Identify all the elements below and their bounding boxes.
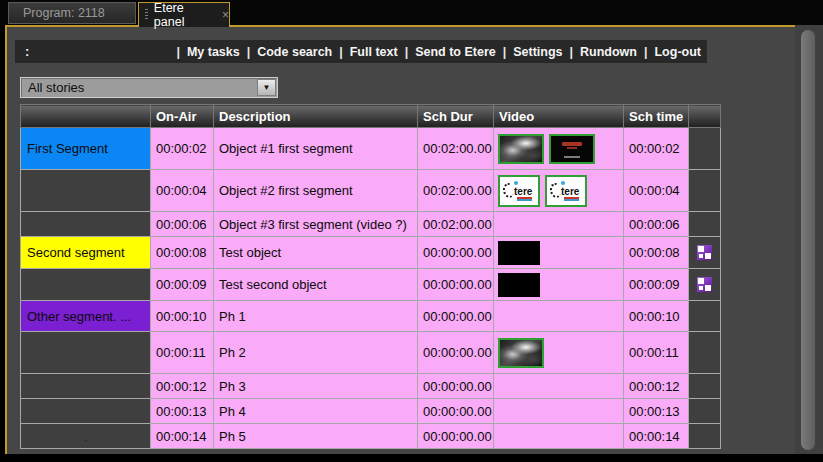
menu-item-settings[interactable]: Settings — [513, 45, 562, 59]
row-action-cell-empty[interactable] — [689, 332, 721, 374]
column-header-on-air[interactable]: On-Air — [151, 105, 214, 128]
row-action-cell-empty[interactable] — [689, 301, 721, 332]
row-action-cell-empty[interactable] — [689, 374, 721, 399]
etere-logo-thumbnail[interactable]: tere — [498, 175, 540, 207]
row-action-cell-empty[interactable] — [689, 399, 721, 424]
menu-item-send-to-etere[interactable]: Send to Etere — [415, 45, 496, 59]
sch-time-cell[interactable]: 00:00:10 — [624, 301, 689, 332]
sch-dur-cell[interactable]: 00:02:00.00 — [418, 128, 494, 170]
sch-dur-cell[interactable]: 00:02:00.00 — [418, 170, 494, 212]
description-cell[interactable]: Object #3 first segment (video ?) — [214, 212, 418, 237]
sch-time-cell[interactable]: 00:00:12 — [624, 374, 689, 399]
description-cell[interactable]: Ph 1 — [214, 301, 418, 332]
sch-dur-cell[interactable]: 00:00:00.00 — [418, 332, 494, 374]
video-cell[interactable]: teretere — [494, 170, 624, 212]
row-action-cell[interactable] — [689, 237, 721, 269]
row-action-cell-empty[interactable] — [689, 128, 721, 170]
sch-time-cell[interactable]: 00:00:04 — [624, 170, 689, 212]
tab-program[interactable]: Program: 2118 — [8, 2, 136, 24]
on-air-cell[interactable]: 00:00:02 — [151, 128, 214, 170]
media-clip-icon[interactable] — [697, 277, 712, 292]
row-action-cell[interactable] — [689, 269, 721, 301]
video-cell[interactable] — [494, 212, 624, 237]
sch-time-cell[interactable]: 00:00:11 — [624, 332, 689, 374]
segment-label-cell[interactable]: First Segment — [21, 128, 151, 170]
description-cell[interactable]: Test object — [214, 237, 418, 269]
segment-cell[interactable] — [21, 332, 151, 374]
explosion-video-thumbnail[interactable] — [498, 134, 544, 164]
sch-time-cell[interactable]: 00:00:09 — [624, 269, 689, 301]
on-air-cell[interactable]: 00:00:13 — [151, 399, 214, 424]
video-cell[interactable] — [494, 332, 624, 374]
segment-cell[interactable]: . — [21, 424, 151, 449]
segment-cell[interactable] — [21, 212, 151, 237]
sch-time-cell[interactable]: 00:00:14 — [624, 424, 689, 449]
title-card-video-thumbnail[interactable] — [549, 134, 595, 164]
stories-filter-dropdown[interactable]: All stories ▼ — [20, 77, 278, 98]
column-header-blank-0[interactable] — [21, 105, 151, 128]
on-air-cell[interactable]: 00:00:11 — [151, 332, 214, 374]
row-action-cell-empty[interactable] — [689, 212, 721, 237]
column-header-sch-dur[interactable]: Sch Dur — [418, 105, 494, 128]
thumbnail-text-line — [567, 147, 577, 149]
segment-label-cell[interactable]: Second segment — [21, 237, 151, 269]
sch-dur-cell[interactable]: 00:00:00.00 — [418, 374, 494, 399]
on-air-cell[interactable]: 00:00:06 — [151, 212, 214, 237]
black-video-thumbnail[interactable] — [498, 241, 540, 265]
description-cell[interactable]: Ph 5 — [214, 424, 418, 449]
column-header-video[interactable]: Video — [494, 105, 624, 128]
on-air-cell[interactable]: 00:00:04 — [151, 170, 214, 212]
column-header-blank-6[interactable] — [689, 105, 721, 128]
segment-cell[interactable] — [21, 374, 151, 399]
sch-time-cell[interactable]: 00:00:02 — [624, 128, 689, 170]
sch-time-cell[interactable]: 00:00:13 — [624, 399, 689, 424]
segment-cell[interactable] — [21, 269, 151, 301]
sch-dur-cell[interactable]: 00:02:00.00 — [418, 212, 494, 237]
menu-item-log-out[interactable]: Log-out — [654, 45, 701, 59]
chevron-down-icon[interactable]: ▼ — [257, 79, 276, 96]
menu-item-my-tasks[interactable]: My tasks — [187, 45, 240, 59]
media-clip-icon[interactable] — [697, 245, 712, 260]
description-cell[interactable]: Test second object — [214, 269, 418, 301]
menu-item-code-search[interactable]: Code search — [257, 45, 332, 59]
sch-time-cell[interactable]: 00:00:06 — [624, 212, 689, 237]
video-cell[interactable] — [494, 301, 624, 332]
video-cell[interactable] — [494, 399, 624, 424]
description-cell[interactable]: Object #2 first segment — [214, 170, 418, 212]
sch-dur-cell[interactable]: 00:00:00.00 — [418, 424, 494, 449]
segment-cell[interactable] — [21, 170, 151, 212]
scrollbar-thumb[interactable] — [801, 30, 815, 450]
description-cell[interactable]: Ph 3 — [214, 374, 418, 399]
video-cell[interactable] — [494, 269, 624, 301]
video-cell[interactable] — [494, 424, 624, 449]
on-air-cell[interactable]: 00:00:12 — [151, 374, 214, 399]
row-action-cell-empty[interactable] — [689, 424, 721, 449]
menu-item-full-text[interactable]: Full text — [350, 45, 398, 59]
sch-dur-cell[interactable]: 00:00:00.00 — [418, 269, 494, 301]
on-air-cell[interactable]: 00:00:10 — [151, 301, 214, 332]
menu-item-rundown[interactable]: Rundown — [580, 45, 637, 59]
on-air-cell[interactable]: 00:00:14 — [151, 424, 214, 449]
sch-dur-cell[interactable]: 00:00:00.00 — [418, 301, 494, 332]
column-header-sch-time[interactable]: Sch time — [624, 105, 689, 128]
etere-logo-thumbnail[interactable]: tere — [545, 175, 587, 207]
on-air-cell[interactable]: 00:00:09 — [151, 269, 214, 301]
row-action-cell-empty[interactable] — [689, 170, 721, 212]
sch-time-cell[interactable]: 00:00:08 — [624, 237, 689, 269]
video-cell[interactable] — [494, 374, 624, 399]
close-icon[interactable]: × — [222, 8, 229, 22]
tab-etere-panel[interactable]: Etere panel × — [138, 2, 230, 27]
description-cell[interactable]: Ph 2 — [214, 332, 418, 374]
sch-dur-cell[interactable]: 00:00:00.00 — [418, 237, 494, 269]
explosion-video-thumbnail[interactable] — [498, 338, 544, 368]
segment-label-cell[interactable]: Other segment. ... — [21, 301, 151, 332]
segment-cell[interactable] — [21, 399, 151, 424]
sch-dur-cell[interactable]: 00:00:00.00 — [418, 399, 494, 424]
description-cell[interactable]: Object #1 first segment — [214, 128, 418, 170]
column-header-description[interactable]: Description — [214, 105, 418, 128]
black-video-thumbnail[interactable] — [498, 273, 540, 297]
on-air-cell[interactable]: 00:00:08 — [151, 237, 214, 269]
description-cell[interactable]: Ph 4 — [214, 399, 418, 424]
video-cell[interactable] — [494, 237, 624, 269]
video-cell[interactable] — [494, 128, 624, 170]
